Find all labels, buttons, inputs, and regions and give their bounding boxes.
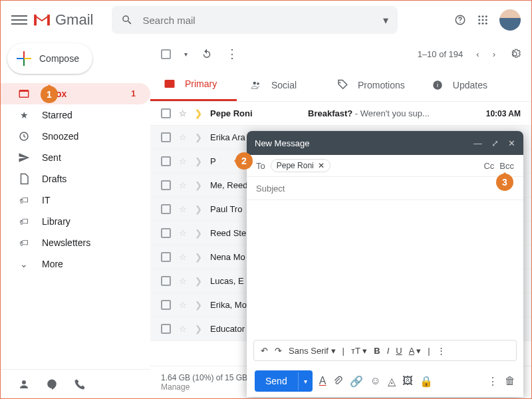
gmail-logo[interactable]: Gmail bbox=[33, 11, 93, 29]
apps-icon[interactable] bbox=[477, 14, 489, 26]
attach-icon[interactable] bbox=[332, 375, 343, 387]
subject-input[interactable] bbox=[256, 184, 514, 194]
select-dropdown-icon[interactable]: ▾ bbox=[184, 51, 188, 58]
phone-icon[interactable] bbox=[74, 378, 86, 390]
importance-icon[interactable]: ❯ bbox=[195, 276, 202, 286]
star-icon[interactable]: ☆ bbox=[179, 180, 187, 190]
svg-point-12 bbox=[22, 380, 26, 384]
sidebar-item-more[interactable]: ⌄More bbox=[1, 253, 150, 275]
row-checkbox[interactable] bbox=[161, 156, 171, 166]
importance-icon[interactable]: ❯ bbox=[195, 228, 202, 238]
link-icon[interactable]: 🔗 bbox=[350, 375, 363, 388]
star-icon[interactable]: ☆ bbox=[179, 156, 187, 166]
row-checkbox[interactable] bbox=[161, 180, 171, 190]
sidebar-item-snoozed[interactable]: Snoozed bbox=[1, 126, 150, 147]
importance-icon[interactable]: ❯ bbox=[195, 132, 202, 142]
compose-body[interactable] bbox=[247, 200, 523, 336]
select-all-checkbox[interactable] bbox=[161, 49, 171, 59]
settings-icon[interactable] bbox=[509, 48, 521, 60]
sidebar-item-it[interactable]: 🏷IT bbox=[1, 190, 150, 211]
search-bar[interactable]: ▾ bbox=[112, 6, 398, 34]
account-avatar[interactable] bbox=[499, 9, 521, 31]
svg-text:i: i bbox=[437, 82, 438, 88]
tab-primary[interactable]: Primary bbox=[150, 68, 237, 101]
star-icon[interactable]: ☆ bbox=[179, 108, 187, 118]
redo-icon[interactable]: ↷ bbox=[275, 346, 282, 356]
photo-icon[interactable]: 🖼 bbox=[402, 375, 413, 387]
underline-icon[interactable]: U bbox=[396, 346, 402, 356]
minimize-icon[interactable]: — bbox=[473, 138, 482, 148]
discard-icon[interactable]: 🗑 bbox=[505, 375, 515, 387]
compose-more-icon[interactable]: ⋮ bbox=[487, 375, 498, 388]
row-checkbox[interactable] bbox=[161, 204, 171, 214]
refresh-icon[interactable] bbox=[201, 48, 213, 60]
star-icon[interactable]: ☆ bbox=[179, 132, 187, 142]
compose-window: New Message — ⤢ ✕ To Pepe Roni✕ Cc Bcc ↶… bbox=[247, 131, 523, 397]
compose-button[interactable]: Compose bbox=[7, 43, 92, 74]
svg-point-1 bbox=[460, 22, 461, 23]
fmt-more-icon[interactable]: ⋮ bbox=[437, 346, 446, 356]
fontsize-icon[interactable]: тT ▾ bbox=[351, 346, 367, 356]
recipient-chip[interactable]: Pepe Roni✕ bbox=[271, 159, 331, 172]
sidebar-item-drafts[interactable]: Drafts bbox=[1, 168, 150, 190]
row-checkbox[interactable] bbox=[161, 252, 171, 262]
sidebar-item-inbox[interactable]: Inbox1 bbox=[1, 83, 150, 104]
formatting-icon[interactable]: A bbox=[319, 375, 327, 387]
row-checkbox[interactable] bbox=[161, 228, 171, 238]
manage-link[interactable]: Manage bbox=[161, 382, 190, 392]
svg-point-13 bbox=[253, 81, 257, 84]
tab-promotions[interactable]: Promotions bbox=[323, 68, 418, 101]
star-icon[interactable]: ☆ bbox=[179, 300, 187, 310]
remove-chip-icon[interactable]: ✕ bbox=[318, 161, 325, 170]
row-checkbox[interactable] bbox=[161, 324, 171, 334]
sidebar-item-newsletters[interactable]: 🏷Newsletters bbox=[1, 232, 150, 253]
importance-icon[interactable]: ❯ bbox=[195, 180, 202, 190]
drive-icon[interactable]: ◬ bbox=[388, 375, 396, 388]
fullscreen-icon[interactable]: ⤢ bbox=[491, 138, 499, 148]
close-icon[interactable]: ✕ bbox=[508, 138, 515, 148]
tab-social[interactable]: Social bbox=[237, 68, 323, 101]
row-checkbox[interactable] bbox=[161, 108, 171, 118]
sidebar-item-library[interactable]: 🏷Library bbox=[1, 211, 150, 232]
bold-icon[interactable]: B bbox=[374, 346, 380, 356]
more-icon[interactable]: ⋮ bbox=[226, 47, 238, 61]
sidebar-item-starred[interactable]: ★Starred bbox=[1, 104, 150, 126]
row-checkbox[interactable] bbox=[161, 276, 171, 286]
search-dropdown-icon[interactable]: ▾ bbox=[383, 14, 388, 27]
undo-icon[interactable]: ↶ bbox=[261, 346, 268, 356]
menu-icon[interactable] bbox=[11, 13, 27, 27]
hangouts-icon[interactable] bbox=[46, 378, 58, 390]
cc-button[interactable]: Cc bbox=[483, 161, 494, 171]
importance-icon[interactable]: ❯ bbox=[195, 324, 202, 334]
importance-icon[interactable]: ❯ bbox=[195, 156, 202, 166]
importance-icon[interactable]: ❯ bbox=[195, 252, 202, 262]
send-button[interactable]: Send▾ bbox=[255, 370, 313, 392]
send-dropdown-icon[interactable]: ▾ bbox=[298, 372, 313, 390]
importance-icon[interactable]: ❯ bbox=[195, 300, 202, 310]
to-label: To bbox=[256, 161, 265, 171]
email-row[interactable]: ☆ ❯ Pepe Roni Breakfast? - Weren't you s… bbox=[150, 102, 531, 126]
prev-page-icon[interactable]: ‹ bbox=[476, 49, 479, 59]
emoji-icon[interactable]: ☺ bbox=[370, 375, 380, 387]
row-checkbox[interactable] bbox=[161, 300, 171, 310]
importance-icon[interactable]: ❯ bbox=[195, 204, 202, 214]
star-icon[interactable]: ☆ bbox=[179, 252, 187, 262]
tab-updates[interactable]: iUpdates bbox=[418, 68, 505, 101]
italic-icon[interactable]: I bbox=[387, 346, 390, 356]
sidebar-item-sent[interactable]: Sent bbox=[1, 147, 150, 168]
star-icon[interactable]: ☆ bbox=[179, 204, 187, 214]
font-select[interactable]: Sans Serif ▾ bbox=[289, 346, 336, 356]
next-page-icon[interactable]: › bbox=[493, 49, 495, 59]
person-icon[interactable] bbox=[18, 378, 30, 390]
svg-point-8 bbox=[478, 23, 480, 25]
help-icon[interactable] bbox=[454, 14, 466, 26]
search-input[interactable] bbox=[142, 15, 374, 26]
confidential-icon[interactable]: 🔒 bbox=[420, 375, 433, 388]
tutorial-marker-1: 1 bbox=[41, 86, 58, 103]
textcolor-icon[interactable]: A ▾ bbox=[409, 346, 422, 356]
importance-icon[interactable]: ❯ bbox=[195, 108, 202, 118]
row-checkbox[interactable] bbox=[161, 132, 171, 142]
star-icon[interactable]: ☆ bbox=[179, 324, 187, 334]
star-icon[interactable]: ☆ bbox=[179, 276, 187, 286]
star-icon[interactable]: ☆ bbox=[179, 228, 187, 238]
